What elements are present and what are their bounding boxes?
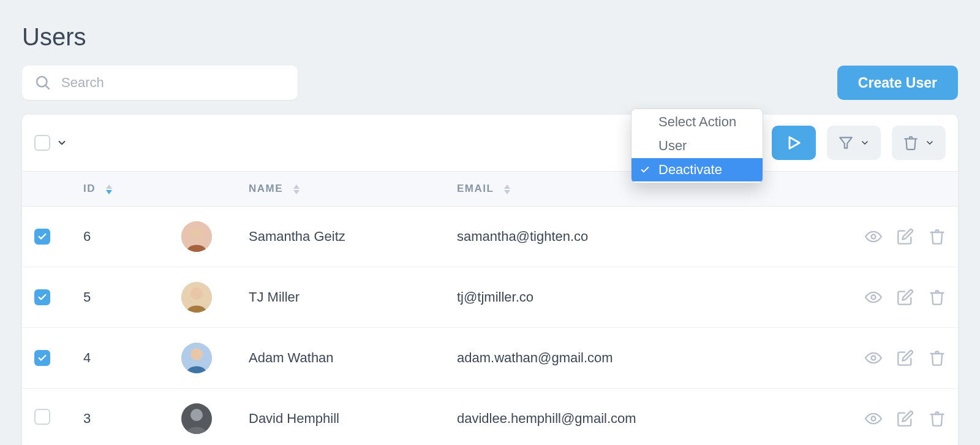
- delete-icon[interactable]: [929, 289, 946, 306]
- avatar: [181, 221, 212, 252]
- svg-marker-4: [106, 184, 112, 189]
- svg-marker-7: [293, 190, 300, 194]
- row-checkbox[interactable]: [34, 289, 50, 305]
- svg-marker-9: [504, 190, 510, 194]
- check-icon: [640, 165, 650, 175]
- action-dropdown-placeholder: Select Action: [631, 110, 763, 134]
- delete-icon[interactable]: [929, 410, 946, 427]
- select-all-dropdown-toggle[interactable]: [56, 137, 67, 148]
- svg-point-15: [872, 295, 876, 300]
- search-icon: [34, 74, 51, 91]
- svg-marker-8: [504, 184, 510, 189]
- trash-icon: [903, 135, 919, 151]
- search-input[interactable]: [22, 66, 298, 100]
- svg-point-20: [190, 409, 203, 421]
- action-dropdown[interactable]: Select Action User Deactivate: [631, 108, 763, 183]
- action-dropdown-item-label: Deactivate: [658, 162, 722, 177]
- svg-marker-5: [106, 190, 112, 194]
- column-header-name[interactable]: NAME: [249, 183, 457, 195]
- play-icon: [785, 134, 802, 151]
- row-name[interactable]: TJ Miller: [249, 289, 457, 305]
- avatar: [181, 403, 212, 434]
- svg-point-18: [872, 356, 876, 360]
- row-id: 4: [83, 350, 181, 366]
- sort-icon: [293, 184, 300, 194]
- table-row: 5 TJ Miller tj@tjmiller.co: [22, 267, 958, 328]
- sort-icon: [105, 184, 113, 194]
- row-checkbox[interactable]: [34, 409, 50, 425]
- delete-icon[interactable]: [929, 349, 946, 367]
- row-email: tj@tjmiller.co: [457, 289, 835, 305]
- search-field[interactable]: [22, 66, 298, 100]
- row-id: 3: [83, 411, 181, 427]
- page-title: Users: [22, 23, 958, 51]
- svg-point-11: [190, 227, 203, 239]
- edit-icon[interactable]: [897, 410, 914, 427]
- view-icon[interactable]: [865, 349, 882, 367]
- svg-line-1: [45, 85, 49, 89]
- row-email: davidlee.hemphill@gmail.com: [457, 411, 835, 427]
- table-row: 6 Samantha Geitz samantha@tighten.co: [22, 207, 958, 267]
- view-icon[interactable]: [865, 228, 882, 245]
- row-name[interactable]: Samantha Geitz: [249, 229, 457, 245]
- table-row: 4 Adam Wathan adam.wathan@gmail.com: [22, 328, 958, 389]
- action-dropdown-item-deactivate[interactable]: Deactivate: [631, 158, 763, 182]
- chevron-down-icon: [925, 138, 935, 148]
- chevron-down-icon: [860, 138, 870, 148]
- svg-marker-3: [840, 137, 852, 148]
- delete-icon[interactable]: [929, 228, 946, 245]
- column-header-email[interactable]: EMAIL: [457, 183, 835, 195]
- row-name[interactable]: Adam Wathan: [249, 350, 457, 366]
- row-email: samantha@tighten.co: [457, 229, 835, 245]
- row-checkbox[interactable]: [34, 229, 50, 245]
- edit-icon[interactable]: [897, 289, 914, 306]
- svg-point-17: [190, 348, 203, 360]
- row-id: 6: [83, 229, 181, 245]
- row-name[interactable]: David Hemphill: [249, 411, 457, 427]
- svg-marker-6: [293, 184, 300, 189]
- edit-icon[interactable]: [897, 228, 914, 245]
- svg-marker-2: [790, 137, 799, 149]
- delete-button[interactable]: [892, 126, 946, 160]
- sort-icon: [503, 184, 511, 194]
- avatar: [181, 282, 212, 313]
- select-all-checkbox[interactable]: [34, 135, 50, 151]
- svg-point-12: [872, 235, 876, 239]
- svg-point-21: [872, 417, 876, 421]
- filter-button[interactable]: [827, 126, 881, 160]
- column-header-id[interactable]: ID: [83, 183, 181, 195]
- edit-icon[interactable]: [897, 349, 914, 367]
- svg-point-14: [190, 287, 203, 300]
- row-email: adam.wathan@gmail.com: [457, 350, 835, 366]
- row-id: 5: [83, 289, 181, 305]
- action-dropdown-group: User: [631, 134, 763, 158]
- row-checkbox[interactable]: [34, 350, 50, 366]
- run-action-button[interactable]: [772, 126, 816, 160]
- avatar: [181, 343, 212, 373]
- table-row: 3 David Hemphill davidlee.hemphill@gmail…: [22, 389, 958, 445]
- view-icon[interactable]: [865, 289, 882, 306]
- filter-icon: [838, 135, 854, 151]
- view-icon[interactable]: [865, 410, 882, 427]
- create-user-button[interactable]: Create User: [837, 66, 958, 100]
